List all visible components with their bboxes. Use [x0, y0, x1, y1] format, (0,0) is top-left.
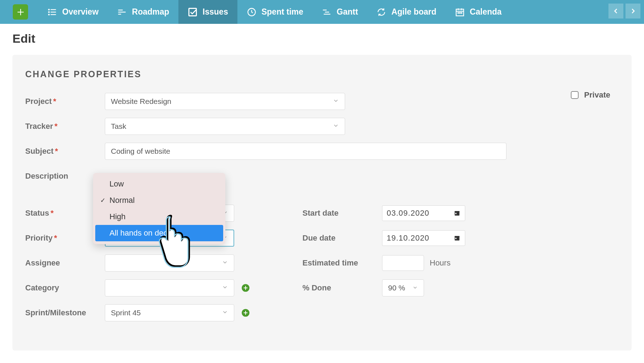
- private-label: Private: [584, 90, 610, 100]
- svg-rect-9: [189, 8, 197, 16]
- nav-calendar[interactable]: Calenda: [446, 0, 511, 24]
- pct-done-value: 90 %: [388, 284, 405, 292]
- project-value: Website Redesign: [111, 97, 171, 106]
- nav-spent-time[interactable]: Spent time: [237, 0, 313, 24]
- start-date-value: 03.09.2020: [387, 209, 429, 218]
- chevron-right-icon: [629, 7, 637, 15]
- assignee-label: Assignee: [25, 258, 105, 268]
- project-label: Project*: [25, 97, 105, 106]
- nav-label: Issues: [203, 7, 228, 17]
- chevron-down-icon: [412, 284, 418, 292]
- add-category-button[interactable]: [241, 283, 251, 293]
- list-icon: [47, 7, 57, 17]
- plus-circle-icon: [241, 308, 250, 317]
- subject-input[interactable]: Coding of website: [105, 143, 506, 160]
- nav-scroll-left[interactable]: [608, 4, 623, 19]
- svg-rect-24: [455, 211, 459, 212]
- sprint-select[interactable]: Sprint 45: [105, 304, 234, 321]
- estimated-time-label: Estimated time: [302, 258, 382, 268]
- svg-point-3: [49, 9, 49, 10]
- calendar-icon: [454, 210, 461, 217]
- nav-label: Calenda: [470, 7, 501, 17]
- due-date-value: 19.10.2020: [387, 233, 429, 243]
- due-date-label: Due date: [302, 233, 382, 243]
- nav-agile-board[interactable]: Agile board: [367, 0, 446, 24]
- tracker-select[interactable]: Task: [105, 118, 345, 135]
- category-select[interactable]: [105, 279, 234, 296]
- start-date-label: Start date: [302, 209, 382, 218]
- due-date-input[interactable]: 19.10.2020: [382, 230, 465, 246]
- chevron-down-icon: [333, 122, 339, 131]
- nav-scroll-right[interactable]: [626, 4, 640, 19]
- start-date-input[interactable]: 03.09.2020: [382, 205, 465, 221]
- private-checkbox[interactable]: [571, 91, 579, 99]
- roadmap-icon: [117, 7, 127, 17]
- section-heading: CHANGE PROPERTIES: [25, 69, 619, 79]
- nav-label: Agile board: [391, 7, 436, 17]
- nav-gantt[interactable]: Gantt: [312, 0, 367, 24]
- add-button[interactable]: [13, 4, 28, 20]
- nav-label: Spent time: [262, 7, 304, 17]
- svg-point-20: [461, 12, 462, 13]
- top-nav: Overview Roadmap Issues Spent time Gantt…: [0, 0, 644, 24]
- gantt-icon: [322, 7, 332, 17]
- dropdown-option-normal[interactable]: Normal: [95, 192, 223, 209]
- nav-roadmap[interactable]: Roadmap: [108, 0, 178, 24]
- pct-done-label: % Done: [302, 283, 382, 293]
- svg-point-18: [458, 12, 458, 13]
- svg-point-19: [460, 12, 460, 13]
- chevron-down-icon: [222, 309, 228, 317]
- tracker-label: Tracker*: [25, 122, 105, 131]
- svg-rect-27: [455, 236, 459, 237]
- chevron-left-icon: [612, 7, 619, 15]
- sprint-label: Sprint/Milestone: [25, 308, 105, 317]
- nav-issues[interactable]: Issues: [178, 0, 237, 24]
- pct-done-select[interactable]: 90 %: [382, 279, 424, 296]
- chevron-down-icon: [222, 284, 228, 292]
- hours-suffix: Hours: [430, 258, 451, 268]
- plus-icon: [16, 7, 25, 17]
- nav-label: Overview: [62, 7, 98, 17]
- agile-icon: [376, 7, 386, 17]
- check-icon: [188, 7, 198, 17]
- project-select[interactable]: Website Redesign: [105, 93, 345, 110]
- nav-label: Roadmap: [132, 7, 169, 17]
- nav-label: Gantt: [337, 7, 358, 17]
- estimated-time-input[interactable]: [382, 255, 424, 271]
- dropdown-option-low[interactable]: Low: [95, 176, 223, 192]
- nav-overview[interactable]: Overview: [38, 0, 108, 24]
- sprint-value: Sprint 45: [111, 309, 141, 317]
- chevron-down-icon: [222, 259, 228, 267]
- svg-rect-25: [455, 213, 456, 214]
- chevron-down-icon: [333, 97, 339, 106]
- category-label: Category: [25, 283, 105, 293]
- add-sprint-button[interactable]: [241, 308, 251, 318]
- clock-icon: [247, 7, 257, 17]
- subject-value: Coding of website: [111, 147, 170, 156]
- svg-point-4: [49, 11, 49, 12]
- calendar-icon: [455, 7, 465, 17]
- calendar-icon: [454, 235, 461, 242]
- subject-label: Subject*: [25, 147, 105, 156]
- page-title: Edit: [12, 32, 632, 46]
- tracker-value: Task: [111, 122, 126, 131]
- svg-point-5: [49, 14, 49, 15]
- plus-circle-icon: [241, 283, 250, 293]
- cursor-hand-icon: [149, 213, 192, 271]
- svg-rect-28: [455, 238, 456, 239]
